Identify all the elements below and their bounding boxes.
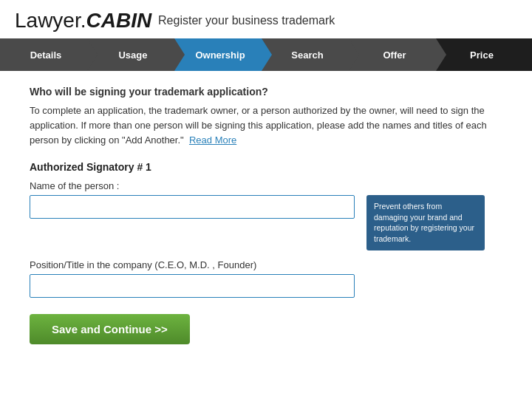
breadcrumb-nav: Details Usage Ownership Search Offer Pri…: [0, 38, 532, 71]
save-continue-button[interactable]: Save and Continue >>: [30, 314, 190, 344]
logo-cabin: CABIN: [86, 9, 152, 33]
position-input[interactable]: [30, 274, 355, 298]
tooltip-box: Prevent others from damaging your brand …: [366, 195, 485, 250]
signatory-title: Authorized Signatory # 1: [30, 161, 502, 173]
name-label: Name of the person :: [30, 180, 502, 191]
intro-heading: Who will be signing your trademark appli…: [30, 84, 502, 100]
name-field-group: Name of the person : Prevent others from…: [30, 180, 502, 250]
breadcrumb-ownership[interactable]: Ownership: [174, 38, 262, 71]
register-title: Register your business trademark: [158, 14, 335, 27]
logo: Lawyer.CABIN: [15, 9, 151, 33]
position-label: Position/Title in the company (C.E.O, M.…: [30, 259, 502, 270]
position-field-group: Position/Title in the company (C.E.O, M.…: [30, 259, 502, 298]
name-input[interactable]: [30, 195, 355, 219]
breadcrumb-offer[interactable]: Offer: [349, 38, 436, 71]
header: Lawyer.CABIN Register your business trad…: [0, 0, 532, 38]
read-more-link[interactable]: Read More: [189, 134, 236, 146]
name-row: Prevent others from damaging your brand …: [30, 195, 502, 250]
intro-section: Who will be signing your trademark appli…: [30, 84, 502, 148]
breadcrumb-details[interactable]: Details: [0, 38, 87, 71]
intro-body: To complete an application, the trademar…: [30, 105, 487, 146]
breadcrumb-search[interactable]: Search: [262, 38, 349, 71]
breadcrumb-usage[interactable]: Usage: [87, 38, 174, 71]
logo-lawyer: Lawyer.: [15, 9, 86, 33]
main-content: Who will be signing your trademark appli…: [0, 71, 532, 358]
breadcrumb-price[interactable]: Price: [436, 38, 532, 71]
